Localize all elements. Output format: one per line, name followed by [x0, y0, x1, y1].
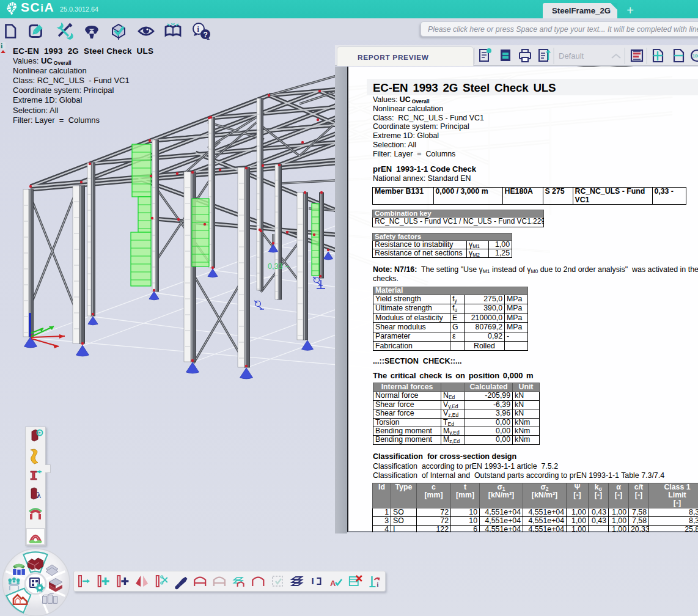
svg-text:A: A — [330, 579, 336, 588]
svg-text:100: 100 — [692, 54, 698, 58]
svg-text:?: ? — [204, 31, 208, 39]
svg-text:λ: λ — [37, 491, 41, 500]
svg-text:0,33 ~: 0,33 ~ — [268, 262, 289, 271]
svg-text:Default: Default — [559, 51, 584, 61]
svg-text:I: I — [311, 576, 314, 586]
svg-text:i: i — [377, 581, 379, 588]
